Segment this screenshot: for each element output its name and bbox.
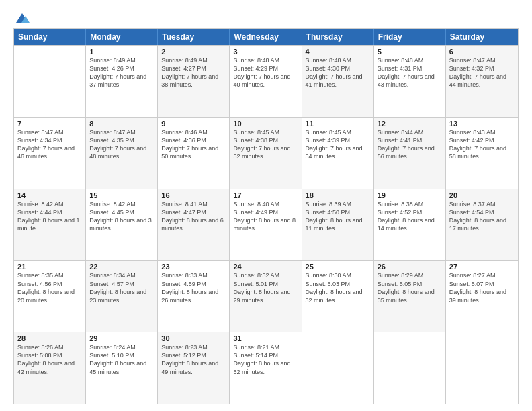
day-number: 22 <box>89 263 154 271</box>
calendar-body: 1Sunrise: 8:49 AMSunset: 4:26 PMDaylight… <box>14 45 518 404</box>
day-number: 3 <box>233 48 298 56</box>
cal-cell: 21Sunrise: 8:35 AMSunset: 4:56 PMDayligh… <box>14 261 86 332</box>
day-info: Sunrise: 8:29 AMSunset: 5:05 PMDaylight:… <box>378 271 442 304</box>
calendar-header: SundayMondayTuesdayWednesdayThursdayFrid… <box>14 29 518 45</box>
cal-header-saturday: Saturday <box>446 29 518 45</box>
day-info: Sunrise: 8:38 AMSunset: 4:52 PMDaylight:… <box>378 200 442 233</box>
day-info: Sunrise: 8:48 AMSunset: 4:30 PMDaylight:… <box>306 56 370 89</box>
calendar: SundayMondayTuesdayWednesdayThursdayFrid… <box>13 28 519 404</box>
day-info: Sunrise: 8:40 AMSunset: 4:49 PMDaylight:… <box>233 200 298 233</box>
day-number: 17 <box>233 191 298 199</box>
day-number: 2 <box>161 48 226 56</box>
day-info: Sunrise: 8:37 AMSunset: 4:54 PMDaylight:… <box>449 200 515 233</box>
day-number: 28 <box>17 334 82 342</box>
cal-cell: 16Sunrise: 8:41 AMSunset: 4:47 PMDayligh… <box>158 189 230 261</box>
day-info: Sunrise: 8:49 AMSunset: 4:26 PMDaylight:… <box>89 56 154 89</box>
cal-cell: 6Sunrise: 8:47 AMSunset: 4:32 PMDaylight… <box>446 46 518 117</box>
day-number: 12 <box>378 120 442 128</box>
day-number: 27 <box>449 263 515 271</box>
cal-cell: 15Sunrise: 8:42 AMSunset: 4:45 PMDayligh… <box>86 189 158 261</box>
cal-week-4: 21Sunrise: 8:35 AMSunset: 4:56 PMDayligh… <box>14 260 518 332</box>
day-number: 21 <box>17 263 82 271</box>
cal-cell: 11Sunrise: 8:45 AMSunset: 4:39 PMDayligh… <box>302 118 374 189</box>
day-number: 4 <box>306 48 370 56</box>
cal-week-3: 14Sunrise: 8:42 AMSunset: 4:44 PMDayligh… <box>14 189 518 261</box>
logo <box>13 11 30 23</box>
day-info: Sunrise: 8:39 AMSunset: 4:50 PMDaylight:… <box>306 200 370 233</box>
day-number: 7 <box>17 120 82 128</box>
cal-cell: 9Sunrise: 8:46 AMSunset: 4:36 PMDaylight… <box>158 118 230 189</box>
day-number: 31 <box>233 334 298 342</box>
cal-cell <box>14 46 86 117</box>
cal-week-5: 28Sunrise: 8:26 AMSunset: 5:08 PMDayligh… <box>14 332 518 404</box>
day-number: 6 <box>449 48 515 56</box>
cal-cell: 3Sunrise: 8:48 AMSunset: 4:29 PMDaylight… <box>230 46 302 117</box>
day-number: 9 <box>161 120 226 128</box>
day-info: Sunrise: 8:24 AMSunset: 5:10 PMDaylight:… <box>89 343 154 376</box>
day-info: Sunrise: 8:43 AMSunset: 4:42 PMDaylight:… <box>449 128 515 161</box>
day-info: Sunrise: 8:47 AMSunset: 4:34 PMDaylight:… <box>17 128 82 161</box>
day-number: 30 <box>161 334 226 342</box>
day-number: 24 <box>233 263 298 271</box>
cal-cell: 8Sunrise: 8:47 AMSunset: 4:35 PMDaylight… <box>86 118 158 189</box>
day-info: Sunrise: 8:47 AMSunset: 4:35 PMDaylight:… <box>89 128 154 161</box>
cal-cell: 10Sunrise: 8:45 AMSunset: 4:38 PMDayligh… <box>230 118 302 189</box>
cal-header-sunday: Sunday <box>14 29 86 45</box>
day-info: Sunrise: 8:46 AMSunset: 4:36 PMDaylight:… <box>161 128 226 161</box>
day-info: Sunrise: 8:48 AMSunset: 4:31 PMDaylight:… <box>378 56 442 89</box>
cal-header-wednesday: Wednesday <box>230 29 302 45</box>
day-number: 11 <box>306 120 370 128</box>
day-info: Sunrise: 8:48 AMSunset: 4:29 PMDaylight:… <box>233 56 298 89</box>
cal-cell: 24Sunrise: 8:32 AMSunset: 5:01 PMDayligh… <box>230 261 302 332</box>
cal-cell: 2Sunrise: 8:49 AMSunset: 4:27 PMDaylight… <box>158 46 230 117</box>
day-info: Sunrise: 8:44 AMSunset: 4:41 PMDaylight:… <box>378 128 442 161</box>
day-info: Sunrise: 8:42 AMSunset: 4:44 PMDaylight:… <box>17 200 82 233</box>
day-number: 5 <box>378 48 442 56</box>
cal-cell: 1Sunrise: 8:49 AMSunset: 4:26 PMDaylight… <box>86 46 158 117</box>
cal-cell: 22Sunrise: 8:34 AMSunset: 4:57 PMDayligh… <box>86 261 158 332</box>
day-info: Sunrise: 8:45 AMSunset: 4:39 PMDaylight:… <box>306 128 370 161</box>
day-info: Sunrise: 8:49 AMSunset: 4:27 PMDaylight:… <box>161 56 226 89</box>
cal-week-2: 7Sunrise: 8:47 AMSunset: 4:34 PMDaylight… <box>14 117 518 189</box>
day-info: Sunrise: 8:45 AMSunset: 4:38 PMDaylight:… <box>233 128 298 161</box>
cal-header-friday: Friday <box>374 29 446 45</box>
cal-cell: 7Sunrise: 8:47 AMSunset: 4:34 PMDaylight… <box>14 118 86 189</box>
page: SundayMondayTuesdayWednesdayThursdayFrid… <box>0 0 532 411</box>
day-number: 8 <box>89 120 154 128</box>
cal-cell: 14Sunrise: 8:42 AMSunset: 4:44 PMDayligh… <box>14 189 86 261</box>
day-info: Sunrise: 8:27 AMSunset: 5:07 PMDaylight:… <box>449 271 515 304</box>
day-info: Sunrise: 8:34 AMSunset: 4:57 PMDaylight:… <box>89 271 154 304</box>
cal-cell: 12Sunrise: 8:44 AMSunset: 4:41 PMDayligh… <box>374 118 446 189</box>
day-info: Sunrise: 8:33 AMSunset: 4:59 PMDaylight:… <box>161 271 226 304</box>
day-info: Sunrise: 8:30 AMSunset: 5:03 PMDaylight:… <box>306 271 370 304</box>
cal-cell: 23Sunrise: 8:33 AMSunset: 4:59 PMDayligh… <box>158 261 230 332</box>
cal-cell: 28Sunrise: 8:26 AMSunset: 5:08 PMDayligh… <box>14 332 86 404</box>
day-number: 13 <box>449 120 515 128</box>
day-number: 10 <box>233 120 298 128</box>
day-info: Sunrise: 8:32 AMSunset: 5:01 PMDaylight:… <box>233 271 298 304</box>
cal-header-tuesday: Tuesday <box>158 29 230 45</box>
cal-cell: 29Sunrise: 8:24 AMSunset: 5:10 PMDayligh… <box>86 332 158 404</box>
day-number: 26 <box>378 263 442 271</box>
header <box>13 11 519 23</box>
cal-cell: 25Sunrise: 8:30 AMSunset: 5:03 PMDayligh… <box>302 261 374 332</box>
day-info: Sunrise: 8:23 AMSunset: 5:12 PMDaylight:… <box>161 343 226 376</box>
cal-cell: 30Sunrise: 8:23 AMSunset: 5:12 PMDayligh… <box>158 332 230 404</box>
cal-cell: 4Sunrise: 8:48 AMSunset: 4:30 PMDaylight… <box>302 46 374 117</box>
cal-cell: 18Sunrise: 8:39 AMSunset: 4:50 PMDayligh… <box>302 189 374 261</box>
cal-cell: 26Sunrise: 8:29 AMSunset: 5:05 PMDayligh… <box>374 261 446 332</box>
cal-cell: 27Sunrise: 8:27 AMSunset: 5:07 PMDayligh… <box>446 261 518 332</box>
day-number: 16 <box>161 191 226 199</box>
day-number: 14 <box>17 191 82 199</box>
day-number: 18 <box>306 191 370 199</box>
day-info: Sunrise: 8:47 AMSunset: 4:32 PMDaylight:… <box>449 56 515 89</box>
day-info: Sunrise: 8:41 AMSunset: 4:47 PMDaylight:… <box>161 200 226 233</box>
cal-cell: 17Sunrise: 8:40 AMSunset: 4:49 PMDayligh… <box>230 189 302 261</box>
day-number: 20 <box>449 191 515 199</box>
day-info: Sunrise: 8:35 AMSunset: 4:56 PMDaylight:… <box>17 271 82 304</box>
cal-cell: 20Sunrise: 8:37 AMSunset: 4:54 PMDayligh… <box>446 189 518 261</box>
cal-cell <box>446 332 518 404</box>
day-number: 19 <box>378 191 442 199</box>
day-info: Sunrise: 8:26 AMSunset: 5:08 PMDaylight:… <box>17 343 82 376</box>
day-number: 25 <box>306 263 370 271</box>
